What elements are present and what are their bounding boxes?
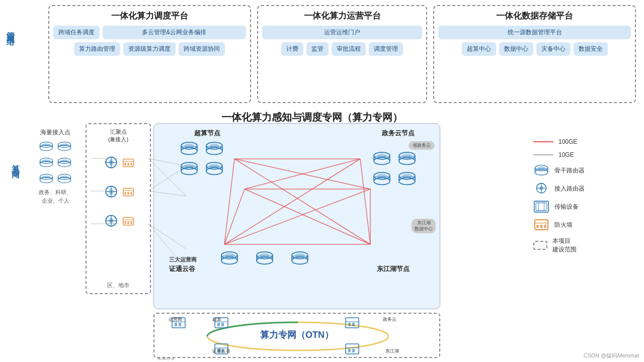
ztg-label: 证通云谷 [169,264,195,274]
svg-point-133 [221,257,237,264]
svg-rect-167 [348,349,351,352]
svg-point-121 [374,177,390,185]
chip-multicloud: 多云管理&云网业务编排 [103,26,246,39]
hub-firewall-2 [122,187,134,197]
storage-row2: 超算中心 数据中心 灾备中心 数据安全 [438,42,631,56]
svg-rect-180 [536,203,547,210]
svg-line-71 [245,159,360,189]
chip-cross-domain: 跨域任务调度 [53,26,100,39]
legend-access-router-label: 接入路由器 [554,185,585,193]
access-router-icon-6 [56,173,72,184]
djh-label: 东江湖节点 [377,264,410,274]
storage-row1: 统一源数据管理平台 [438,26,631,39]
legend-backbone-router: 骨干路由器 [533,164,634,176]
svg-point-85 [181,147,197,154]
otn-title: 算力专网（OTN） [260,329,334,341]
otn-djh-label: 东江湖 [385,348,399,354]
access-points-area: 海量接入点 [25,128,86,205]
hub-firewall-1 [122,158,134,168]
hub-access-router-1 [102,156,120,170]
legend-transport: 传输设备 [533,201,634,213]
chip-data-security: 数据安全 [574,42,608,56]
svg-line-80 [224,159,360,244]
legend-scope: 本项目建设范围 [533,237,634,254]
svg-line-74 [224,189,245,244]
supercomputer-nodes-label: 超算节点 [194,129,220,138]
bottom-djh-node [290,251,310,266]
legend-transport-icon [533,201,549,213]
compute-label: 算力专网 [10,158,21,166]
supercomputer-nodes [179,141,224,176]
operations-platform-title: 一体化算力运营平台 [262,10,423,22]
sc-node-1 [179,141,199,156]
bottom-gc-node [255,251,275,266]
legend-backbone-router-label: 骨干路由器 [554,166,585,175]
access-router-icon-3 [38,157,54,168]
chip-backup-center: 灾备中心 [536,42,571,56]
hub-item-1 [102,156,134,170]
otn-box: 运营商 超算 政务云 证通云谷 东江湖 算力专网（OTN） [153,313,440,358]
hub-item-3 [102,214,134,228]
legend-firewall-icon [533,219,549,231]
svg-point-145 [292,257,308,264]
management-label: 管理网络 [5,25,16,33]
otn-ztg-label: 证通云谷 [212,348,230,354]
gov-cloud-nodes-label: 政务云节点 [382,129,415,138]
svg-rect-45 [127,163,129,165]
management-platforms: 管理网络 一体化算力调度平台 跨域任务调度 多云管理&云网业务编排 算力路由管理… [45,5,639,103]
svg-line-78 [234,159,370,244]
legend-firewall-label: 防火墙 [554,221,573,229]
access-title: 海量接入点 [25,128,86,137]
sc-node-4 [204,161,224,176]
svg-rect-151 [175,323,177,326]
legend-100ge-line [533,141,553,142]
chip-unified-data: 统一源数据管理平台 [438,26,631,39]
svg-point-61 [109,219,114,223]
hub-routers [91,156,146,228]
svg-rect-160 [352,323,355,326]
chip-supercomputer-center: 超算中心 [462,42,496,56]
chip-monitoring: 监管 [306,42,329,56]
legend-access-router-icon [533,183,549,195]
sc-node-2 [204,141,224,156]
chip-billing: 计费 [281,42,303,56]
svg-rect-56 [127,192,129,195]
operations-platform: 一体化算力运营平台 运营运维门户 计费 监管 审批流程 调度管理 [257,5,428,103]
legend: 100GE 10GE 骨干路由器 [533,138,634,254]
legend-100ge-label: 100GE [558,138,577,145]
legend-backbone-router-icon [533,164,549,176]
chip-resource-sched: 资源级算力调度 [123,42,176,56]
svg-rect-156 [221,323,224,326]
hub-area: 汇聚点(兼接入) [86,123,151,294]
access-router-icon-1 [38,141,54,152]
legend-access-router: 接入路由器 [533,183,634,195]
svg-line-79 [245,189,370,244]
svg-line-75 [360,159,370,244]
gc-node-2 [397,151,417,166]
svg-point-97 [181,167,197,174]
bottom-sc-node [219,251,239,266]
legend-10ge: 10GE [533,151,634,158]
legend-scope-box [533,241,547,250]
djh-tag: 东江湖数据中心 [412,219,436,233]
svg-point-127 [399,177,415,185]
gov-cloud-nodes [372,151,417,187]
svg-rect-66 [124,221,126,224]
svg-point-139 [257,257,273,264]
svg-point-109 [374,157,390,164]
hub-access-router-2 [102,185,120,199]
storage-platform: 一体化数据存储平台 统一源数据管理平台 超算中心 数据中心 灾备中心 数据安全 [433,5,636,103]
svg-rect-187 [544,225,546,228]
access-bottom-label: 政务、科研、企业、个人 [25,188,86,205]
operations-platform-content: 运营运维门户 计费 监管 审批流程 调度管理 [262,26,423,56]
chip-ops-portal: 运营运维门户 [262,26,423,39]
scheduling-row2: 算力路由管理 资源级算力调度 跨域资源协同 [53,42,246,56]
bottom-nodes [219,251,310,266]
otn-gov-cloud-label: 政务云 [383,316,396,323]
chip-data-center: 数据中心 [499,42,533,56]
access-router-icon-5 [38,173,54,184]
access-routers [25,141,86,184]
svg-rect-55 [124,192,126,195]
access-router-icon-2 [56,141,72,152]
svg-rect-57 [130,192,132,195]
